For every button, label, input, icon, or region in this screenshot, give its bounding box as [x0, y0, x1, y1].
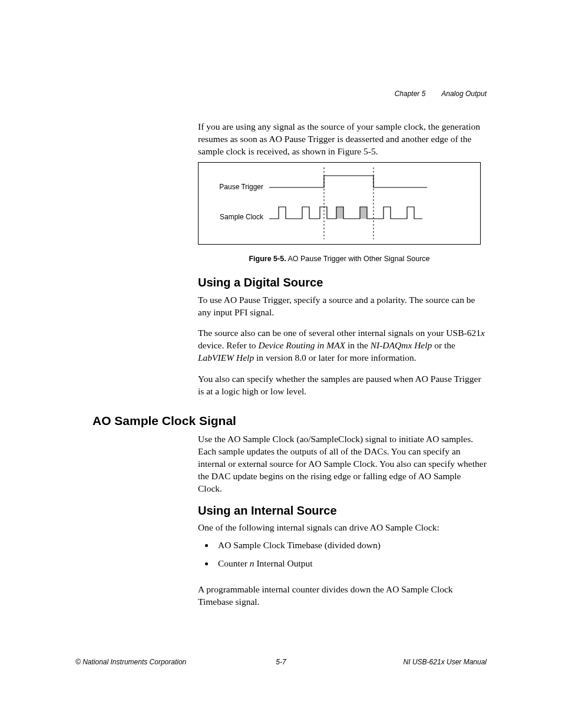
svg-rect-2: [336, 207, 343, 219]
digital-p2: The source also can be one of several ot…: [198, 327, 487, 364]
figure-caption-bold: Figure 5-5.: [249, 255, 286, 263]
digital-p3-text: You also can specify whether the samples…: [198, 374, 481, 396]
figure-caption-text: AO Pause Trigger with Other Signal Sourc…: [286, 255, 430, 263]
internal-p1-text: One of the following internal signals ca…: [198, 522, 439, 532]
figure-5-5: Pause Trigger Sample Clock: [198, 162, 481, 245]
internal-p2-text: A programmable internal counter divides …: [198, 584, 453, 607]
bullet1-text: AO Sample Clock Timebase (divided down): [218, 540, 381, 550]
heading-internal-source: Using an Internal Source: [198, 504, 337, 518]
sample-p1-text: Use the AO Sample Clock (ao/SampleClock)…: [198, 434, 487, 493]
digital-p2-i1: Device Routing in MAX: [258, 340, 345, 350]
digital-p1-text: To use AO Pause Trigger, specify a sourc…: [198, 295, 475, 317]
digital-p2-e: in version 8.0 or later for more informa…: [254, 353, 416, 363]
footer-right: NI USB-621x User Manual: [404, 658, 487, 666]
digital-p2-c: in the: [345, 340, 371, 350]
header-chapter: Chapter 5: [395, 90, 426, 98]
bullet2-b: Internal Output: [254, 558, 313, 568]
intro-paragraph: If you are using any signal as the sourc…: [198, 121, 487, 158]
heading-digital-source: Using a Digital Source: [198, 276, 323, 289]
digital-p2-x: x: [481, 328, 485, 338]
digital-p3: You also can specify whether the samples…: [198, 373, 487, 398]
figure-caption: Figure 5-5. AO Pause Trigger with Other …: [198, 255, 481, 263]
digital-p2-i3: LabVIEW Help: [198, 353, 254, 363]
digital-p2-a: The source also can be one of several ot…: [198, 328, 481, 338]
internal-p1: One of the following internal signals ca…: [198, 522, 487, 534]
header-title: Analog Output: [441, 90, 487, 98]
digital-p2-d: or the: [432, 340, 455, 350]
bullet2-n: n: [250, 558, 254, 568]
digital-p1: To use AO Pause Trigger, specify a sourc…: [198, 294, 487, 319]
svg-rect-3: [360, 207, 367, 219]
page-header: Chapter 5 Analog Output: [395, 90, 487, 98]
list-item: Counter n Internal Output: [214, 558, 497, 570]
intro-paragraph-text: If you are using any signal as the sourc…: [198, 121, 480, 156]
digital-p2-b: device. Refer to: [198, 340, 258, 350]
digital-p2-i2: NI-DAQmx Help: [371, 340, 432, 350]
bullet2-a: Counter: [218, 558, 250, 568]
sample-p1: Use the AO Sample Clock (ao/SampleClock)…: [198, 433, 487, 495]
internal-bullet-list: AO Sample Clock Timebase (divided down) …: [198, 539, 497, 576]
heading-ao-sample-clock: AO Sample Clock Signal: [92, 414, 236, 428]
list-item: AO Sample Clock Timebase (divided down): [214, 539, 497, 552]
internal-p2: A programmable internal counter divides …: [198, 584, 487, 608]
timing-diagram-svg: [199, 163, 480, 244]
